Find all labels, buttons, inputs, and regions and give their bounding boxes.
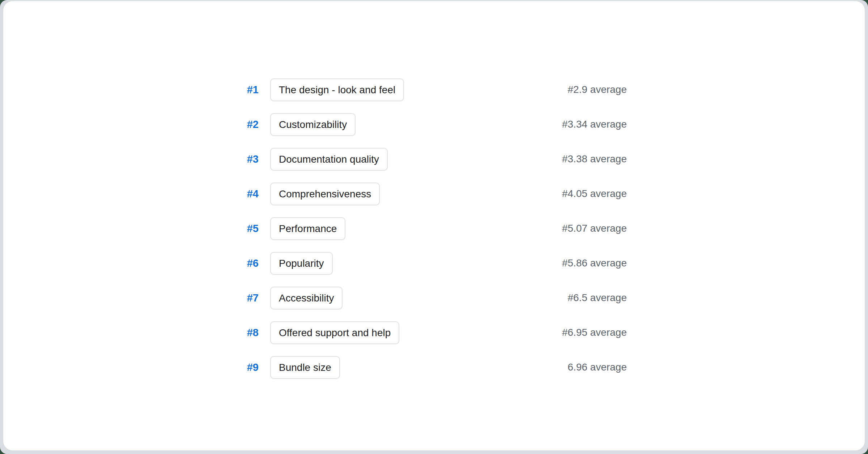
- average-value: #6.5 average: [568, 292, 627, 304]
- ranking-row: #4Comprehensiveness#4.05 average: [241, 176, 627, 211]
- average-value: #5.86 average: [562, 257, 627, 269]
- average-value: #6.95 average: [562, 327, 627, 338]
- ranking-row: #8Offered support and help#6.95 average: [241, 315, 627, 350]
- content-card: #1The design - look and feel#2.9 average…: [3, 1, 865, 450]
- average-value: #5.07 average: [562, 223, 627, 234]
- rank-number: #2: [241, 119, 259, 130]
- option-label-chip[interactable]: Comprehensiveness: [270, 183, 380, 205]
- average-value: #3.38 average: [562, 153, 627, 165]
- ranking-row: #5Performance#5.07 average: [241, 211, 627, 246]
- rank-number: #4: [241, 188, 259, 200]
- ranking-list: #1The design - look and feel#2.9 average…: [241, 72, 627, 385]
- option-label-chip[interactable]: Customizability: [270, 113, 356, 136]
- average-value: #3.34 average: [562, 119, 627, 130]
- option-label-chip[interactable]: Documentation quality: [270, 148, 388, 171]
- ranking-row: #7Accessibility#6.5 average: [241, 280, 627, 315]
- rank-number: #8: [241, 327, 259, 339]
- average-value: 6.96 average: [568, 361, 627, 373]
- ranking-row: #6Popularity#5.86 average: [241, 246, 627, 280]
- option-label-chip[interactable]: Bundle size: [270, 356, 340, 379]
- option-label-chip[interactable]: Performance: [270, 217, 345, 240]
- rank-number: #3: [241, 153, 259, 165]
- ranking-row: #3Documentation quality#3.38 average: [241, 142, 627, 176]
- window-chrome: #1The design - look and feel#2.9 average…: [0, 0, 868, 454]
- rank-number: #1: [241, 84, 259, 96]
- average-value: #2.9 average: [568, 84, 627, 95]
- ranking-row: #9Bundle size6.96 average: [241, 350, 627, 385]
- ranking-row: #2Customizability#3.34 average: [241, 107, 627, 142]
- rank-number: #5: [241, 223, 259, 235]
- option-label-chip[interactable]: The design - look and feel: [270, 78, 404, 101]
- average-value: #4.05 average: [562, 188, 627, 200]
- option-label-chip[interactable]: Offered support and help: [270, 321, 399, 344]
- option-label-chip[interactable]: Popularity: [270, 252, 333, 275]
- rank-number: #9: [241, 361, 259, 373]
- rank-number: #6: [241, 257, 259, 269]
- ranking-row: #1The design - look and feel#2.9 average: [241, 72, 627, 107]
- option-label-chip[interactable]: Accessibility: [270, 287, 342, 309]
- rank-number: #7: [241, 292, 259, 304]
